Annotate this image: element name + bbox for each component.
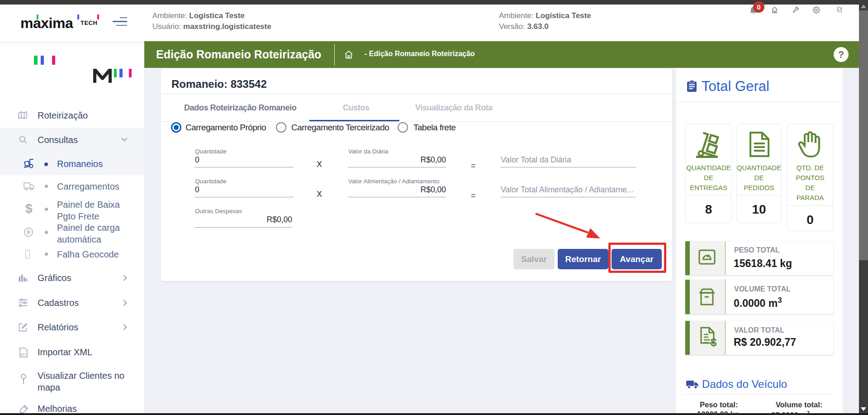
svg-text:$: $ <box>711 336 717 348</box>
